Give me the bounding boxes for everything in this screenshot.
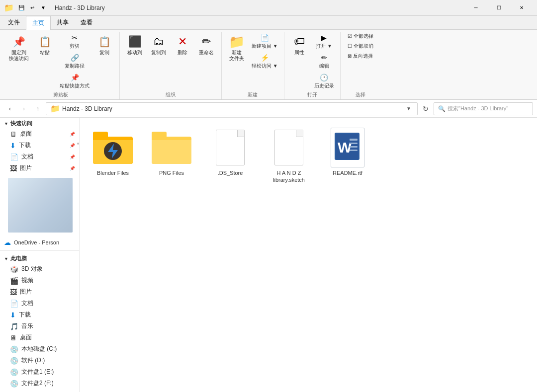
easyaccess-button[interactable]: ⚡ 轻松访问 ▼ xyxy=(250,52,280,71)
desktop-icon: 🖥 xyxy=(10,130,17,138)
save-quick-icon[interactable]: 💾 xyxy=(17,3,26,12)
openfile-label: 打开 ▼ xyxy=(316,43,332,50)
tab-view[interactable]: 查看 xyxy=(75,16,98,29)
selectall-button[interactable]: ☑ 全部选择 xyxy=(346,32,375,41)
properties-icon: 🏷 xyxy=(291,34,307,50)
downloads2-icon: ⬇ xyxy=(10,311,16,319)
cut-label: 剪切 xyxy=(70,43,80,50)
blender-folder-icon-area xyxy=(90,128,135,167)
delete-button[interactable]: ✕ 删除 xyxy=(172,32,193,58)
scroll-thumb xyxy=(77,143,79,145)
newitem-button[interactable]: 📄 新建项目 ▼ xyxy=(250,32,280,51)
file-readme[interactable]: W README.rtf xyxy=(320,124,375,188)
file-handz-sketch[interactable]: H A N D Zlibrary.sketch xyxy=(262,124,316,188)
sidebar-item-music[interactable]: 🎵 音乐 xyxy=(0,320,79,332)
copy-button[interactable]: 📋 复制 xyxy=(93,32,115,58)
documents-pin: 📌 xyxy=(70,155,75,159)
png-folder-icon xyxy=(152,132,191,164)
pictures-label: 图片 xyxy=(20,164,69,172)
clipboard-label: 剪贴板 xyxy=(53,90,68,99)
filef-label: 文件盘2 (F:) xyxy=(21,379,75,388)
selectnone-button[interactable]: ☐ 全部取消 xyxy=(346,42,375,51)
3dobjects-label: 3D 对象 xyxy=(21,265,75,273)
desktop2-label: 桌面 xyxy=(20,333,75,342)
dropdown-quick-icon[interactable]: ▼ xyxy=(39,3,48,12)
downloads-icon: ⬇ xyxy=(10,142,16,150)
rename-button[interactable]: ✏ 重命名 xyxy=(195,32,217,58)
sidebar-item-downloads2[interactable]: ⬇ 下载 xyxy=(0,309,79,320)
open-items: 🏷 属性 ▶ 打开 ▼ ✏ 编辑 🕐 历史记录 xyxy=(288,32,336,90)
move-label: 移动到 xyxy=(127,50,142,56)
filee-label: 文件盘1 (E:) xyxy=(21,368,75,376)
pin-button[interactable]: 📌 固定到快速访问 xyxy=(6,32,32,64)
handz-icon xyxy=(274,130,303,165)
minimize-button[interactable]: ─ xyxy=(464,0,487,16)
file-blender-files[interactable]: Blender Files xyxy=(86,124,140,188)
cut-button[interactable]: ✂ 剪切 xyxy=(58,32,91,51)
selectnone-label: ☐ 全部取消 xyxy=(348,43,373,50)
history-button[interactable]: 🕐 历史记录 xyxy=(312,72,336,90)
move-icon: ⬛ xyxy=(127,34,143,50)
tab-home[interactable]: 主页 xyxy=(26,16,51,30)
sidebar-item-documents2[interactable]: 📄 文档 xyxy=(0,298,79,309)
downloads-pin: 📌 xyxy=(70,143,75,148)
sidebar-item-softd[interactable]: 💿 软件 (D:) xyxy=(0,355,79,366)
sidebar-item-desktop2[interactable]: 🖥 桌面 xyxy=(0,332,79,343)
blender-files-label: Blender Files xyxy=(97,169,129,176)
handz-label: H A N D Zlibrary.sketch xyxy=(273,169,305,184)
clipboard-col: ✂ 剪切 🔗 复制路径 📌 粘贴快捷方式 xyxy=(58,32,91,90)
refresh-button[interactable]: ↻ xyxy=(420,103,432,115)
sidebar-item-downloads[interactable]: ⬇ 下载 📌 xyxy=(0,140,79,151)
copypath-button[interactable]: 🔗 复制路径 xyxy=(58,52,91,71)
file-ds-store[interactable]: .DS_Store xyxy=(203,124,258,188)
png-folder-front xyxy=(152,140,191,164)
back-button[interactable]: ‹ xyxy=(4,103,16,115)
copyto-button[interactable]: 🗂 复制到 xyxy=(148,32,170,58)
search-bar[interactable]: 🔍 搜索"Handz - 3D Library" xyxy=(434,102,533,115)
thispc-section[interactable]: ▼ 此电脑 xyxy=(0,253,79,263)
undo-quick-icon[interactable]: ↩ xyxy=(28,3,37,12)
sidebar-item-pictures2[interactable]: 🖼 图片 xyxy=(0,286,79,298)
edit-button[interactable]: ✏ 编辑 xyxy=(312,52,336,71)
paste-button[interactable]: 📋 粘贴 xyxy=(34,32,56,58)
sidebar-item-3dobjects[interactable]: 🎲 3D 对象 xyxy=(0,263,79,275)
onedrive-item[interactable]: ☁ OneDrive - Person xyxy=(0,236,79,248)
properties-button[interactable]: 🏷 属性 xyxy=(288,32,310,58)
png-folder-icon-area xyxy=(149,128,194,167)
tab-file[interactable]: 文件 xyxy=(2,16,26,29)
forward-button[interactable]: › xyxy=(18,103,30,115)
tab-share[interactable]: 共享 xyxy=(51,16,75,29)
sidebar-item-videos[interactable]: 🎬 视频 xyxy=(0,275,79,286)
pictures-pin: 📌 xyxy=(70,166,75,171)
invertselect-button[interactable]: ⊠ 反向选择 xyxy=(346,52,375,61)
sidebar-item-pictures[interactable]: 🖼 图片 📌 xyxy=(0,162,79,174)
newfolder-icon: 📁 xyxy=(229,34,245,50)
sidebar-item-localc[interactable]: 💿 本地磁盘 (C:) xyxy=(0,343,79,355)
word-icon-svg: W xyxy=(336,134,358,159)
address-dropdown-icon[interactable]: ▼ xyxy=(404,106,413,111)
file-grid: Blender Files PNG Files xyxy=(86,124,531,188)
cut-icon: ✂ xyxy=(70,33,80,43)
address-text: Handz - 3D Library xyxy=(62,105,404,112)
downloads-label: 下载 xyxy=(19,141,69,150)
up-button[interactable]: ↑ xyxy=(32,103,44,115)
move-button[interactable]: ⬛ 移动到 xyxy=(124,32,146,58)
quick-access-section[interactable]: ▼ 快速访问 xyxy=(0,118,79,128)
pasteshortcut-button[interactable]: 📌 粘贴快捷方式 xyxy=(58,72,91,90)
close-button[interactable]: ✕ xyxy=(510,0,533,16)
newfolder-button[interactable]: 📁 新建文件夹 xyxy=(226,32,248,64)
copypath-label: 复制路径 xyxy=(65,63,85,70)
file-png-files[interactable]: PNG Files xyxy=(144,124,199,188)
sidebar-item-filef[interactable]: 💿 文件盘2 (F:) xyxy=(0,378,79,389)
ribbon-group-open: 🏷 属性 ▶ 打开 ▼ ✏ 编辑 🕐 历史记录 xyxy=(284,32,341,99)
maximize-button[interactable]: ☐ xyxy=(487,0,510,16)
sidebar-item-documents[interactable]: 📄 文档 📌 xyxy=(0,151,79,162)
main-layout: ▼ 快速访问 🖥 桌面 📌 ⬇ 下载 📌 📄 文档 📌 🖼 图片 📌 xyxy=(0,118,537,392)
delete-label: 删除 xyxy=(178,50,187,56)
address-bar[interactable]: 📁 Handz - 3D Library ▼ xyxy=(46,102,418,115)
sidebar-item-filee[interactable]: 💿 文件盘1 (E:) xyxy=(0,366,79,378)
sidebar-item-desktop[interactable]: 🖥 桌面 📌 xyxy=(0,128,79,140)
openfile-button[interactable]: ▶ 打开 ▼ xyxy=(312,32,336,51)
easyaccess-label: 轻松访问 ▼ xyxy=(252,63,278,70)
readme-icon-area: W xyxy=(325,128,370,167)
